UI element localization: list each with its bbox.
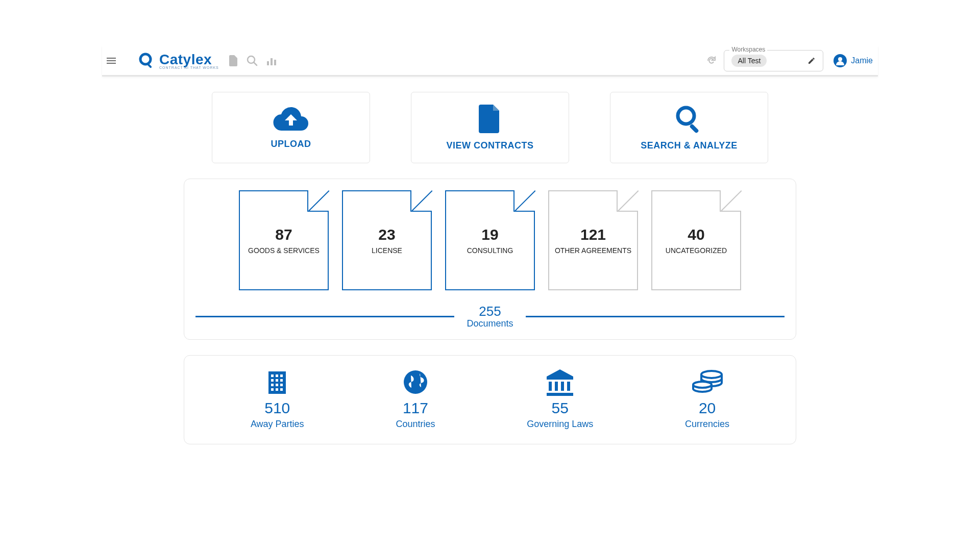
category-label: CONSULTING xyxy=(462,246,519,255)
svg-rect-23 xyxy=(280,388,283,391)
cloud-upload-icon xyxy=(273,106,309,132)
svg-rect-22 xyxy=(276,388,278,391)
menu-button[interactable] xyxy=(102,52,120,70)
stat-card[interactable]: 20Currencies xyxy=(685,368,729,430)
stat-label: Currencies xyxy=(685,419,729,430)
coins-icon xyxy=(691,368,724,396)
stat-value: 55 xyxy=(552,399,569,417)
svg-rect-19 xyxy=(276,384,278,386)
brand-tagline: CONTRACT AI THAT WORKS xyxy=(159,66,219,69)
category-count: 87 xyxy=(275,226,292,243)
total-label: Documents xyxy=(467,318,513,329)
svg-rect-18 xyxy=(271,384,274,386)
category-label: OTHER AGREEMENTS xyxy=(550,246,636,255)
government-icon xyxy=(545,368,575,396)
upload-label: UPLOAD xyxy=(271,139,311,149)
svg-point-24 xyxy=(404,370,427,394)
stat-value: 20 xyxy=(699,399,716,417)
view-contracts-card[interactable]: VIEW CONTRACTS xyxy=(411,92,569,163)
svg-rect-6 xyxy=(274,60,276,65)
document-icon[interactable] xyxy=(228,55,238,66)
stat-value: 510 xyxy=(264,399,290,417)
user-name: Jamie xyxy=(851,56,873,65)
stat-card[interactable]: 55Governing Laws xyxy=(527,368,593,430)
stats-panel: 510Away Parties117Countries55Governing L… xyxy=(184,355,796,444)
svg-rect-5 xyxy=(271,58,273,65)
globe-icon xyxy=(402,368,429,396)
svg-point-9 xyxy=(678,108,694,124)
total-documents-row: 255 Documents xyxy=(195,304,785,329)
category-card[interactable]: 19CONSULTING xyxy=(445,190,535,290)
stat-label: Governing Laws xyxy=(527,419,593,430)
stat-label: Away Parties xyxy=(251,419,304,430)
magnify-icon xyxy=(675,105,703,133)
svg-rect-14 xyxy=(280,374,283,377)
upload-card[interactable]: UPLOAD xyxy=(212,92,370,163)
svg-rect-13 xyxy=(276,374,278,377)
svg-rect-15 xyxy=(271,379,274,382)
svg-point-25 xyxy=(701,371,722,378)
chart-icon[interactable] xyxy=(266,55,277,66)
document-filled-icon xyxy=(479,105,501,133)
category-label: LICENSE xyxy=(366,246,407,255)
category-card[interactable]: 40UNCATEGORIZED xyxy=(651,190,741,290)
category-label: GOODS & SERVICES xyxy=(243,246,325,255)
workspace-selector[interactable]: Workspaces All Test xyxy=(724,50,823,71)
category-count: 121 xyxy=(580,226,606,243)
search-analyze-card[interactable]: SEARCH & ANALYZE xyxy=(610,92,768,163)
svg-rect-17 xyxy=(280,379,283,382)
total-count: 255 xyxy=(467,304,513,319)
svg-point-0 xyxy=(140,54,151,64)
svg-point-26 xyxy=(693,382,712,388)
category-card[interactable]: 121OTHER AGREEMENTS xyxy=(548,190,638,290)
workspace-label: Workspaces xyxy=(729,46,767,53)
categories-panel: 87GOODS & SERVICES23LICENSE19CONSULTING1… xyxy=(184,179,796,340)
svg-point-8 xyxy=(838,57,842,61)
edit-icon[interactable] xyxy=(807,57,816,65)
svg-rect-16 xyxy=(276,379,278,382)
toolbar-icons xyxy=(228,55,277,66)
divider-line xyxy=(526,316,785,317)
stat-card[interactable]: 510Away Parties xyxy=(251,368,304,430)
workspace-chip[interactable]: All Test xyxy=(731,55,767,67)
svg-rect-20 xyxy=(280,384,283,386)
category-card[interactable]: 23LICENSE xyxy=(342,190,432,290)
svg-rect-21 xyxy=(271,388,274,391)
logo-mark-icon xyxy=(139,53,155,69)
search-icon[interactable] xyxy=(247,55,258,66)
category-card[interactable]: 87GOODS & SERVICES xyxy=(239,190,329,290)
category-count: 19 xyxy=(481,226,498,243)
top-bar: Catylex CONTRACT AI THAT WORKS Workspace… xyxy=(102,46,878,77)
building-icon xyxy=(263,368,291,396)
user-avatar-icon xyxy=(834,54,847,67)
search-analyze-label: SEARCH & ANALYZE xyxy=(641,140,738,151)
divider-line xyxy=(195,316,454,317)
svg-line-3 xyxy=(254,62,257,65)
view-contracts-label: VIEW CONTRACTS xyxy=(447,140,534,151)
svg-rect-12 xyxy=(271,374,274,377)
category-count: 23 xyxy=(378,226,395,243)
category-count: 40 xyxy=(688,226,704,243)
stat-value: 117 xyxy=(403,399,428,417)
svg-rect-10 xyxy=(689,123,699,133)
refresh-icon[interactable] xyxy=(706,56,717,66)
category-label: UNCATEGORIZED xyxy=(660,246,732,255)
stat-label: Countries xyxy=(396,419,435,430)
user-menu[interactable]: Jamie xyxy=(834,54,873,67)
stat-card[interactable]: 117Countries xyxy=(396,368,435,430)
brand-logo[interactable]: Catylex CONTRACT AI THAT WORKS xyxy=(139,52,219,69)
svg-rect-4 xyxy=(267,61,269,65)
